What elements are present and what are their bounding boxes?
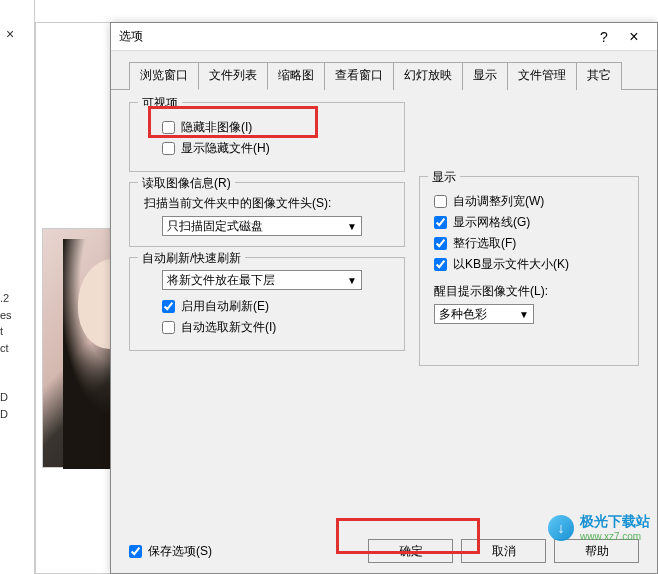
group-read-image-info: 读取图像信息(R) 扫描当前文件夹中的图像文件头(S): 只扫描固定式磁盘 ▼ bbox=[129, 182, 405, 247]
watermark: ↓ 极光下载站 www.xz7.com bbox=[548, 513, 650, 542]
checkbox-save-options[interactable] bbox=[129, 545, 142, 558]
tab-file-manage[interactable]: 文件管理 bbox=[507, 62, 577, 90]
tab-slideshow[interactable]: 幻灯放映 bbox=[393, 62, 463, 90]
close-icon[interactable]: × bbox=[619, 28, 649, 46]
group-display: 显示 自动调整列宽(W) 显示网格线(G) 整行选取(F) bbox=[419, 176, 639, 366]
checkbox-enable-auto-refresh[interactable] bbox=[162, 300, 175, 313]
checkbox-full-row-select[interactable] bbox=[434, 237, 447, 250]
dropdown-placement-value: 将新文件放在最下层 bbox=[167, 272, 275, 289]
dropdown-highlight-color[interactable]: 多种色彩 ▼ bbox=[434, 304, 534, 324]
tab-other[interactable]: 其它 bbox=[576, 62, 622, 90]
label-hide-non-image: 隐藏非图像(I) bbox=[181, 119, 252, 136]
checkbox-show-kb-size[interactable] bbox=[434, 258, 447, 271]
tab-browse-window[interactable]: 浏览窗口 bbox=[129, 62, 199, 90]
background-window-strip: × bbox=[0, 0, 35, 574]
checkbox-auto-select-new[interactable] bbox=[162, 321, 175, 334]
help-icon[interactable]: ? bbox=[589, 29, 619, 45]
group-title-visible: 可视项 bbox=[138, 95, 182, 112]
dialog-titlebar: 选项 ? × bbox=[111, 23, 657, 51]
ok-button[interactable]: 确定 bbox=[368, 539, 453, 563]
tab-display[interactable]: 显示 bbox=[462, 62, 508, 90]
watermark-name: 极光下载站 bbox=[580, 513, 650, 531]
dialog-title: 选项 bbox=[119, 28, 589, 45]
options-dialog: 选项 ? × 浏览窗口 文件列表 缩略图 查看窗口 幻灯放映 显示 文件管理 其… bbox=[110, 22, 658, 574]
group-visible-items: 可视项 隐藏非图像(I) 显示隐藏文件(H) bbox=[129, 102, 405, 172]
bg-close-icon[interactable]: × bbox=[6, 26, 14, 42]
dropdown-highlight-value: 多种色彩 bbox=[439, 306, 487, 323]
chevron-down-icon: ▼ bbox=[347, 275, 357, 286]
label-scan-header: 扫描当前文件夹中的图像文件头(S): bbox=[144, 195, 390, 212]
label-show-hidden: 显示隐藏文件(H) bbox=[181, 140, 270, 157]
dropdown-scan-value: 只扫描固定式磁盘 bbox=[167, 218, 263, 235]
chevron-down-icon: ▼ bbox=[347, 221, 357, 232]
group-auto-refresh: 自动刷新/快速刷新 将新文件放在最下层 ▼ 启用自动刷新(E) 自动选取新文件(… bbox=[129, 257, 405, 351]
label-show-kb-size: 以KB显示文件大小(K) bbox=[453, 256, 569, 273]
tab-bar: 浏览窗口 文件列表 缩略图 查看窗口 幻灯放映 显示 文件管理 其它 bbox=[111, 51, 657, 90]
label-show-gridlines: 显示网格线(G) bbox=[453, 214, 530, 231]
group-title-display: 显示 bbox=[428, 169, 460, 186]
cancel-button[interactable]: 取消 bbox=[461, 539, 546, 563]
side-text-fragment: .2 es t ct D D bbox=[0, 290, 12, 422]
dropdown-placement[interactable]: 将新文件放在最下层 ▼ bbox=[162, 270, 362, 290]
help-button[interactable]: 帮助 bbox=[554, 539, 639, 563]
group-title-read-info: 读取图像信息(R) bbox=[138, 175, 235, 192]
dropdown-scan-mode[interactable]: 只扫描固定式磁盘 ▼ bbox=[162, 216, 362, 236]
checkbox-hide-non-image[interactable] bbox=[162, 121, 175, 134]
label-auto-column-width: 自动调整列宽(W) bbox=[453, 193, 544, 210]
tab-thumbnail[interactable]: 缩略图 bbox=[267, 62, 325, 90]
tab-file-list[interactable]: 文件列表 bbox=[198, 62, 268, 90]
checkbox-show-gridlines[interactable] bbox=[434, 216, 447, 229]
label-save-options: 保存选项(S) bbox=[148, 543, 212, 560]
label-enable-auto-refresh: 启用自动刷新(E) bbox=[181, 298, 269, 315]
watermark-url: www.xz7.com bbox=[580, 531, 650, 542]
chevron-down-icon: ▼ bbox=[519, 309, 529, 320]
dialog-content: 可视项 隐藏非图像(I) 显示隐藏文件(H) 读取图像信息(R) 扫描当前文件夹… bbox=[111, 90, 657, 530]
checkbox-show-hidden[interactable] bbox=[162, 142, 175, 155]
watermark-logo-icon: ↓ bbox=[548, 515, 574, 541]
label-auto-select-new: 自动选取新文件(I) bbox=[181, 319, 276, 336]
label-highlight-image: 醒目提示图像文件(L): bbox=[434, 283, 624, 300]
checkbox-auto-column-width[interactable] bbox=[434, 195, 447, 208]
label-full-row-select: 整行选取(F) bbox=[453, 235, 516, 252]
tab-view-window[interactable]: 查看窗口 bbox=[324, 62, 394, 90]
group-title-auto-refresh: 自动刷新/快速刷新 bbox=[138, 250, 245, 267]
